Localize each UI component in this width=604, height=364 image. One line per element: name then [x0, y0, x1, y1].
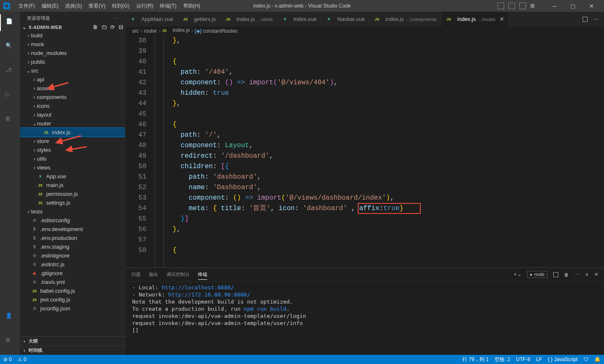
menu-item[interactable]: 终端(T)	[156, 1, 180, 11]
code-editor[interactable]: 3839404142434445464748495051525354555657…	[125, 36, 604, 268]
new-file-icon[interactable]: 🗎	[93, 24, 98, 30]
maximize-button[interactable]: ▢	[564, 0, 582, 12]
tree-item-src[interactable]: ⌄src	[20, 66, 125, 75]
tree-item-.eslintrc.js[interactable]: ⚙.eslintrc.js	[20, 260, 125, 269]
tree-item-.eslintignore[interactable]: ⚙.eslintignore	[20, 251, 125, 260]
layout-custom-icon[interactable]: ⊞	[530, 3, 537, 9]
layout-panel-icon[interactable]	[508, 3, 515, 9]
tree-item-utils[interactable]: ›utils	[20, 154, 125, 163]
split-terminal-icon[interactable]	[553, 272, 558, 277]
code-line-46[interactable]: {	[156, 120, 604, 130]
refresh-icon[interactable]: ⟳	[110, 24, 115, 30]
more-icon[interactable]: ⋯	[594, 16, 599, 22]
menu-item[interactable]: 文件(F)	[15, 1, 38, 11]
code-line-52[interactable]: name: 'Dashboard',	[156, 182, 604, 193]
editor-tab[interactable]: JSindex.js...\components	[370, 12, 441, 26]
tree-item-styles[interactable]: ›styles	[20, 146, 125, 154]
tree-item-.env.production[interactable]: $.env.production	[20, 234, 125, 242]
tree-item-api[interactable]: ›api	[20, 75, 125, 84]
tree-item-.env.development[interactable]: $.env.development	[20, 225, 125, 234]
layout-icons[interactable]: ⊞	[497, 3, 537, 9]
close-tab-icon[interactable]: ✕	[500, 16, 504, 22]
tree-item-jest.config.js[interactable]: JSjest.config.js	[20, 295, 125, 304]
status-item[interactable]: 🛡	[583, 356, 588, 362]
project-section-header[interactable]: ⌄ X-ADMIN-WEB 🗎 🗀 ⟳ ⊟	[20, 23, 125, 31]
breadcrumb-item[interactable]: JS index.js	[162, 27, 190, 35]
more-panel-icon[interactable]: ⋯	[575, 272, 579, 277]
settings-activity[interactable]: ⚙	[0, 333, 20, 350]
status-item[interactable]: 行 79，列 1	[462, 356, 489, 363]
status-item[interactable]: { } JavaScript	[548, 356, 578, 362]
collapse-icon[interactable]: ⊟	[119, 24, 123, 30]
status-item[interactable]: 空格: 2	[495, 356, 510, 363]
code-lines[interactable]: }, { path: '/404', component: () => impo…	[155, 36, 604, 268]
tree-item-index.js[interactable]: JSindex.js	[20, 128, 125, 137]
breadcrumb-item[interactable]: src	[132, 28, 139, 34]
tree-item-.env.staging[interactable]: $.env.staging	[20, 242, 125, 251]
menu-item[interactable]: 查看(V)	[85, 1, 109, 11]
status-item[interactable]: LF	[536, 356, 542, 362]
code-line-47[interactable]: path: '/',	[156, 130, 604, 140]
layout-side-right-icon[interactable]	[519, 3, 526, 9]
editor-tab[interactable]: ▼Navbar.vue	[321, 12, 370, 26]
panel-tab[interactable]: 问题	[131, 270, 141, 279]
menu-item[interactable]: 转到(G)	[109, 1, 133, 11]
menu-item[interactable]: 帮助(H)	[180, 1, 204, 11]
tree-item-main.js[interactable]: JSmain.js	[20, 181, 125, 190]
status-item[interactable]: ⊘ 0	[3, 356, 12, 362]
explorer-activity[interactable]: 📄	[0, 14, 20, 31]
status-item[interactable]: UTF-8	[516, 356, 530, 362]
tree-item-assets[interactable]: ›assets	[20, 84, 125, 93]
tree-item-views[interactable]: ›views	[20, 163, 125, 172]
code-line-50[interactable]: children: [{	[156, 161, 604, 172]
scm-activity[interactable]: ⎇	[0, 63, 20, 80]
status-item[interactable]: ⚠ 0	[18, 356, 26, 362]
code-line-58[interactable]: {	[156, 245, 604, 256]
code-line-44[interactable]: },	[156, 99, 604, 109]
code-line-54[interactable]: meta: { title: '首页', icon: 'dashboard' ,…	[156, 203, 604, 214]
tree-item-public[interactable]: ›public	[20, 57, 125, 66]
tree-item-components[interactable]: ›components	[20, 93, 125, 101]
tree-item-icons[interactable]: ›icons	[20, 101, 125, 110]
maximize-panel-icon[interactable]: ∧	[585, 272, 588, 277]
tree-item-mock[interactable]: ›mock	[20, 40, 125, 49]
split-right-icon[interactable]	[583, 17, 588, 22]
code-line-45[interactable]	[156, 109, 604, 120]
tree-item-.travis.yml[interactable]: ⚙.travis.yml	[20, 278, 125, 286]
tree-item-router[interactable]: ⌄router	[20, 119, 125, 128]
menu-item[interactable]: 选择(S)	[62, 1, 85, 11]
minimize-button[interactable]: ─	[545, 0, 564, 12]
menu-item[interactable]: 运行(R)	[133, 1, 157, 11]
tree-item-settings.js[interactable]: JSsettings.js	[20, 198, 125, 207]
outline-section[interactable]: ›大纲	[20, 336, 125, 346]
code-line-57[interactable]	[156, 235, 604, 245]
editor-tab[interactable]: ▼index.vue	[277, 12, 321, 26]
breadcrumb-item[interactable]: router	[144, 28, 157, 34]
code-line-56[interactable]: },	[156, 224, 604, 235]
code-line-39[interactable]	[156, 46, 604, 57]
search-activity[interactable]: 🔍	[0, 39, 20, 55]
breadcrumb[interactable]: src›router›JS index.js›[◈] constantRoute…	[125, 26, 604, 36]
code-line-49[interactable]: redirect: '/dashboard',	[156, 151, 604, 161]
panel-tab[interactable]: 终端	[198, 270, 207, 280]
editor-tab[interactable]: ▼AppMain.vue	[125, 12, 178, 26]
breadcrumb-item[interactable]: [◈] constantRoutes	[195, 28, 237, 34]
close-button[interactable]: ✕	[582, 0, 601, 12]
tree-item-jsconfig.json[interactable]: ⚙jsconfig.json	[20, 304, 125, 313]
new-folder-icon[interactable]: 🗀	[102, 24, 107, 30]
tree-item-node_modules[interactable]: ›node_modules	[20, 49, 125, 57]
extensions-activity[interactable]: ⊞	[0, 112, 20, 128]
tree-item-babel.config.js[interactable]: JSbabel.config.js	[20, 286, 125, 295]
tree-item-permission.js[interactable]: JSpermission.js	[20, 190, 125, 198]
code-line-41[interactable]: path: '/404',	[156, 67, 604, 78]
timeline-section[interactable]: ›时间线	[20, 346, 125, 355]
tree-item-layout[interactable]: ›layout	[20, 110, 125, 119]
tree-item-.gitignore[interactable]: ◆.gitignore	[20, 269, 125, 278]
tree-item-build[interactable]: ›build	[20, 31, 125, 40]
debug-activity[interactable]: ▷	[0, 87, 20, 104]
code-line-51[interactable]: path: 'dashboard',	[156, 172, 604, 182]
file-tree[interactable]: ›build›mock›node_modules›public⌄src›api›…	[20, 31, 125, 336]
account-activity[interactable]: 👤	[0, 309, 20, 325]
code-line-48[interactable]: component: Layout,	[156, 140, 604, 151]
editor-tab[interactable]: JSindex.js...\store	[221, 12, 278, 26]
